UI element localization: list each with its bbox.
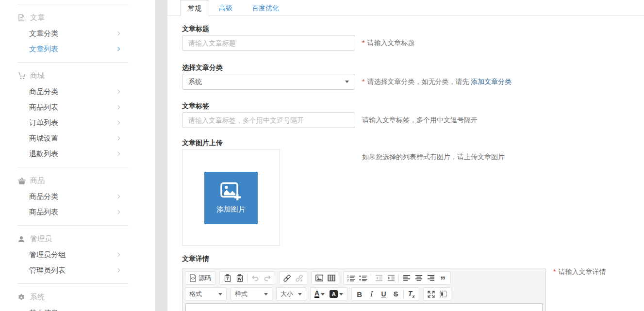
strikethrough-button[interactable]: S xyxy=(390,288,402,300)
sidebar-section-product[interactable]: 商品 xyxy=(18,173,155,189)
sidebar-item-admin-group[interactable]: 管理员分组 xyxy=(0,247,155,262)
sidebar-item-goods-category[interactable]: 商品分类 xyxy=(0,84,155,99)
underline-button[interactable]: U xyxy=(378,288,390,300)
sidebar-section-label: 商城 xyxy=(30,71,45,81)
svg-text:2: 2 xyxy=(347,278,349,281)
sidebar-section-admin[interactable]: 管理员 xyxy=(18,231,155,247)
align-right-button[interactable] xyxy=(425,272,437,284)
editor-content-area[interactable] xyxy=(185,303,543,311)
text-color-button[interactable]: A xyxy=(312,288,327,300)
sidebar-item-mall-settings[interactable]: 商城设置 xyxy=(0,131,155,146)
align-right-icon xyxy=(427,275,435,281)
align-left-button[interactable] xyxy=(400,272,413,284)
unlink-button[interactable] xyxy=(293,272,305,284)
detail-label: 文章详情 xyxy=(182,255,644,265)
undo-button[interactable] xyxy=(249,272,261,284)
add-image-button[interactable]: 添加图片 xyxy=(204,172,258,224)
image-upload-dropzone[interactable]: 添加图片 xyxy=(182,149,280,246)
sidebar-section-article[interactable]: 文章 xyxy=(18,10,155,26)
table-icon xyxy=(328,275,335,281)
sidebar-item-basic-info[interactable]: 基本信息 xyxy=(0,305,155,311)
sidebar: 文章 文章分类 文章列表 商城 商品分类 商品列表 订单列表 商城设置 退款列表 xyxy=(0,0,155,311)
indent-button[interactable] xyxy=(385,272,397,284)
maximize-button[interactable] xyxy=(425,288,437,300)
title-hint: *请输入文章标题 xyxy=(362,39,414,48)
sidebar-item-refund-list[interactable]: 退款列表 xyxy=(0,146,155,162)
tab-baidu-seo[interactable]: 百度优化 xyxy=(242,0,289,16)
detail-row: 文章详情 源码 xyxy=(182,255,644,311)
background-color-icon: A xyxy=(330,290,338,298)
sidebar-item-product-category[interactable]: 商品分类 xyxy=(0,189,155,204)
sidebar-item-admin-list[interactable]: 管理员列表 xyxy=(0,262,155,278)
sidebar-item-goods-list[interactable]: 商品列表 xyxy=(0,99,155,115)
tab-advanced[interactable]: 高级 xyxy=(209,0,242,16)
required-asterisk: * xyxy=(362,39,364,47)
align-left-icon xyxy=(403,275,411,281)
sidebar-section-label: 系统 xyxy=(30,293,45,302)
format-dropdown[interactable]: 格式 xyxy=(185,287,227,301)
sidebar-section-system[interactable]: 系统 xyxy=(18,289,155,305)
category-select[interactable]: 系统 xyxy=(182,74,355,90)
sidebar-section-mall[interactable]: 商城 xyxy=(18,68,155,84)
sidebar-section-label: 文章 xyxy=(30,13,45,22)
sidebar-section-label: 管理员 xyxy=(30,234,52,244)
caret-down-icon xyxy=(345,81,349,83)
tags-hint: 请输入文章标签，多个用中文逗号隔开 xyxy=(362,116,478,125)
sidebar-section-label: 商品 xyxy=(30,176,45,185)
sidebar-item-article-list[interactable]: 文章列表 xyxy=(0,41,155,57)
sidebar-item-product-list[interactable]: 商品列表 xyxy=(0,204,155,220)
size-dropdown[interactable]: 大小 xyxy=(276,287,306,301)
tab-general[interactable]: 常规 xyxy=(180,0,209,16)
add-image-button-label: 添加图片 xyxy=(216,205,246,214)
basket-icon xyxy=(18,177,27,184)
insert-image-button[interactable] xyxy=(313,272,325,284)
style-dropdown[interactable]: 样式 xyxy=(231,287,272,301)
editor-toolbar: 源码 xyxy=(182,268,545,301)
remove-format-button[interactable]: Tx xyxy=(405,288,417,300)
image-upload-label: 文章图片上传 xyxy=(182,139,644,149)
image-icon xyxy=(315,275,323,281)
tab-bar: 常规 高级 百度优化 xyxy=(167,0,644,16)
paste-from-word-button[interactable] xyxy=(233,272,246,284)
required-asterisk: * xyxy=(362,78,364,85)
link-button[interactable] xyxy=(281,272,293,284)
undo-icon xyxy=(251,274,259,282)
article-tags-input[interactable] xyxy=(182,112,355,128)
image-upload-hint: 如果您选择的列表样式有图片，请上传文章图片 xyxy=(362,153,505,162)
sidebar-divider xyxy=(17,283,129,284)
sidebar-item-article-category[interactable]: 文章分类 xyxy=(0,26,155,41)
outdent-button[interactable] xyxy=(373,272,385,284)
paste-word-icon xyxy=(236,274,243,282)
background-color-button[interactable]: A xyxy=(327,288,346,300)
show-blocks-icon xyxy=(440,291,447,297)
paste-as-text-button[interactable] xyxy=(221,272,233,284)
insert-table-button[interactable] xyxy=(325,272,337,284)
article-title-input[interactable] xyxy=(182,35,355,51)
sidebar-content-gutter xyxy=(155,0,167,311)
blockquote-button[interactable]: ” xyxy=(437,272,449,284)
bulleted-list-button[interactable] xyxy=(357,272,369,284)
quote-icon: ” xyxy=(440,273,446,283)
category-label: 选择文章分类 xyxy=(182,64,644,74)
ordered-list-button[interactable]: 12 xyxy=(345,272,357,284)
text-color-icon: A xyxy=(314,290,319,298)
gear-icon xyxy=(18,294,27,301)
maximize-icon xyxy=(428,291,435,298)
redo-icon xyxy=(264,274,271,282)
sidebar-item-order-list[interactable]: 订单列表 xyxy=(0,115,155,131)
redo-button[interactable] xyxy=(261,272,273,284)
bold-button[interactable]: B xyxy=(353,288,365,300)
article-form: 文章标题 *请输入文章标题 选择文章分类 系统 *请选择文章分类，如无分类，请先… xyxy=(182,16,644,311)
sidebar-divider xyxy=(17,225,129,226)
category-select-value: 系统 xyxy=(188,78,202,86)
add-category-link[interactable]: 添加文章分类 xyxy=(471,78,512,85)
cart-icon xyxy=(18,72,27,80)
source-code-button[interactable]: 源码 xyxy=(187,272,214,284)
link-icon xyxy=(283,274,291,282)
bulleted-list-icon xyxy=(359,275,367,281)
align-center-button[interactable] xyxy=(413,272,425,284)
italic-button[interactable]: I xyxy=(365,288,378,300)
title-label: 文章标题 xyxy=(182,25,644,35)
svg-text:1: 1 xyxy=(347,275,349,278)
show-blocks-button[interactable] xyxy=(437,288,449,300)
